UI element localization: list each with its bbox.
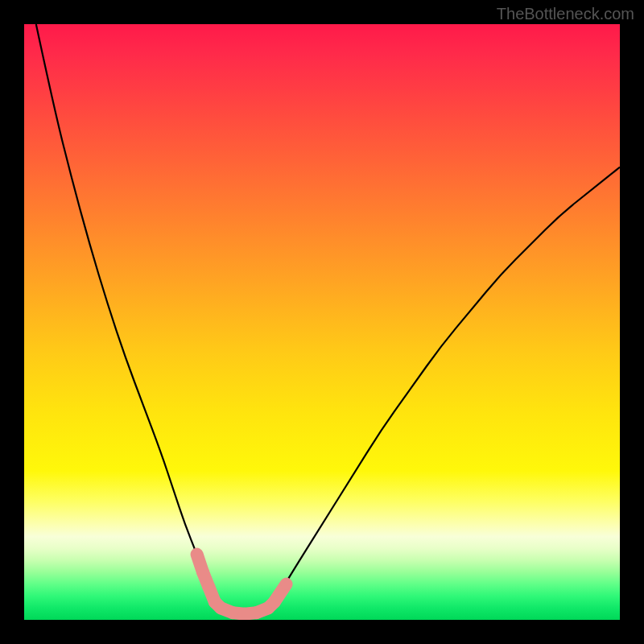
watermark-text: TheBottleneck.com: [497, 5, 634, 23]
chart-frame: TheBottleneck.com: [0, 0, 644, 644]
curve-overlay: [24, 24, 620, 620]
bottleneck-curve: [36, 24, 620, 614]
plot-area: [24, 24, 620, 620]
valley-marker-dot: [281, 579, 292, 590]
